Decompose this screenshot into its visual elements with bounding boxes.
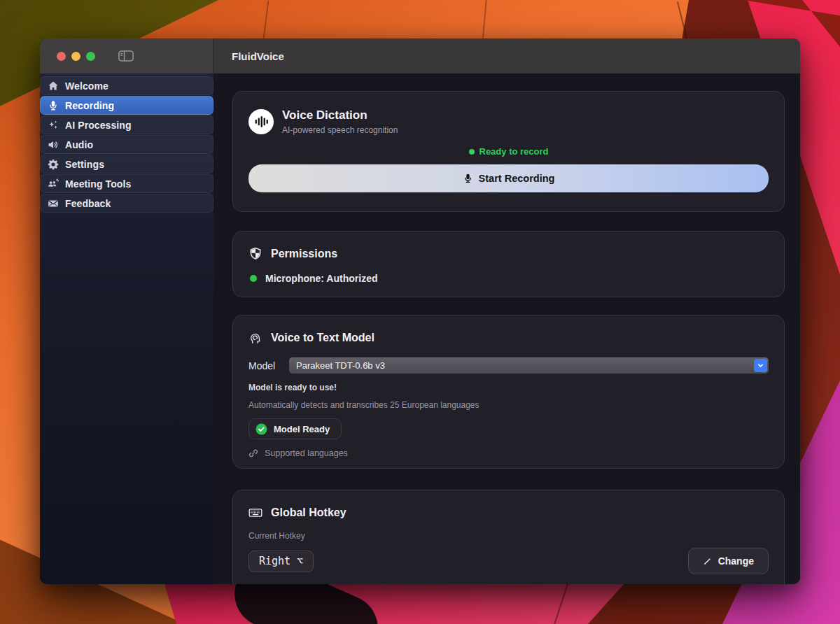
speaker-icon [48,139,59,150]
status-dot-icon [469,149,475,155]
sidebar-item-ai-processing[interactable]: AI Processing [40,115,214,134]
app-title: FluidVoice [232,50,284,62]
traffic-lights [57,52,95,61]
sidebar-item-meeting-tools[interactable]: Meeting Tools [40,174,214,193]
card-title: Voice to Text Model [271,332,374,344]
model-select[interactable]: Parakeet TDT-0.6b v3 [289,357,769,374]
shield-icon [248,247,262,261]
sidebar-item-recording[interactable]: Recording [40,96,214,115]
waveform-icon [248,109,274,134]
check-circle-icon [255,423,267,435]
microphone-permission-row: Microphone: Authorized [248,273,769,284]
sidebar-item-label: Feedback [65,198,111,209]
brain-icon [248,331,262,345]
sidebar-item-feedback[interactable]: Feedback [40,194,214,213]
voice-dictation-card: Voice Dictation AI-powered speech recogn… [232,91,785,212]
mic-icon [463,173,473,184]
hotkey-card: Global Hotkey Current Hotkey Right ⌥ Cha… [232,490,785,584]
status-dot-icon [250,275,257,282]
card-title: Global Hotkey [271,506,346,519]
people-icon [48,178,59,190]
card-title: Voice Dictation [282,108,398,122]
link-icon [248,448,258,458]
sidebar-item-label: Settings [65,159,104,170]
gear-icon [48,158,59,170]
sidebar-item-label: Meeting Tools [65,178,131,190]
minimize-button[interactable] [71,52,80,61]
model-description: Automatically detects and transcribes 25… [248,400,769,410]
microphone-status: Microphone: Authorized [265,273,377,284]
hotkey-key-chip: Right ⌥ [248,551,314,572]
mic-icon [48,99,59,111]
envelope-icon [48,197,59,209]
card-title: Permissions [271,248,337,260]
close-button[interactable] [57,52,66,61]
start-recording-button[interactable]: Start Recording [248,164,769,192]
model-selected-value: Parakeet TDT-0.6b v3 [296,360,754,371]
change-button-label: Change [718,555,754,567]
sidebar: WelcomeRecordingAI ProcessingAudioSettin… [40,73,214,584]
pencil-icon [703,557,712,566]
sidebar-item-welcome[interactable]: Welcome [40,76,214,95]
titlebar: FluidVoice [40,38,800,73]
status-text: Ready to record [479,146,549,157]
house-icon [48,80,59,92]
keyboard-icon [248,506,262,520]
link-label: Supported languages [265,448,348,458]
card-subtitle: AI-powered speech recognition [282,125,398,135]
supported-languages-link[interactable]: Supported languages [248,448,769,458]
model-card: Voice to Text Model Model Parakeet TDT-0… [232,315,785,469]
recording-status: Ready to record [248,146,769,157]
model-ready-message: Model is ready to use! [248,383,769,392]
app-window: FluidVoice WelcomeRecordingAI Processing… [40,38,800,584]
titlebar-sidebar-section [40,38,214,73]
start-recording-label: Start Recording [479,173,555,184]
chevron-down-icon [754,359,767,372]
sidebar-item-label: Welcome [65,80,108,92]
model-ready-badge: Model Ready [248,418,342,439]
zoom-button[interactable] [86,52,95,61]
sidebar-item-audio[interactable]: Audio [40,135,214,154]
main-content: Voice Dictation AI-powered speech recogn… [214,73,800,584]
sidebar-item-settings[interactable]: Settings [40,155,214,173]
sidebar-item-label: Recording [65,100,114,111]
titlebar-main-section: FluidVoice [214,38,800,73]
model-label: Model [248,360,289,371]
permissions-card: Permissions Microphone: Authorized [232,231,785,297]
sidebar-item-label: AI Processing [65,120,132,131]
sidebar-item-label: Audio [65,139,93,150]
change-hotkey-button[interactable]: Change [688,548,769,574]
sparkles-icon [48,119,59,131]
sidebar-toggle-icon[interactable] [118,50,134,62]
badge-label: Model Ready [274,424,330,434]
current-hotkey-label: Current Hotkey [248,531,769,541]
